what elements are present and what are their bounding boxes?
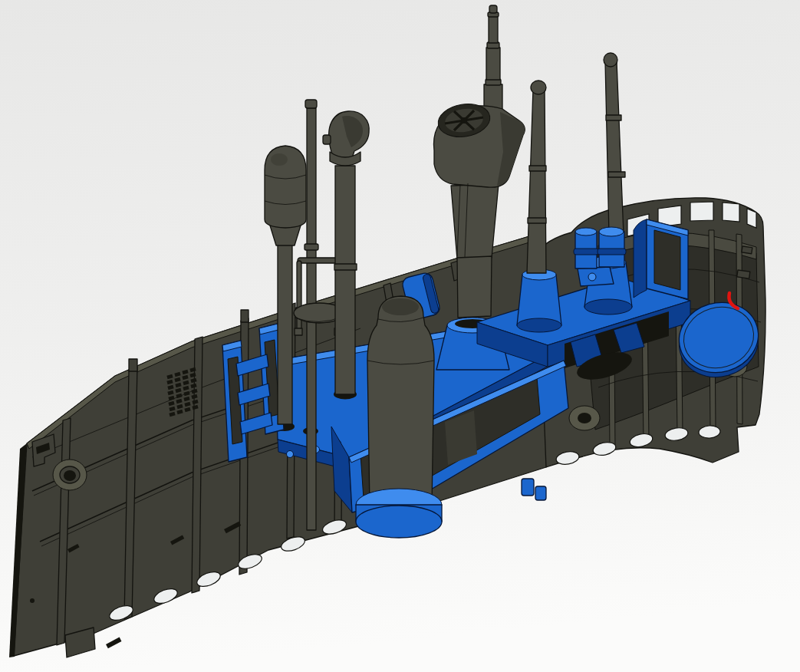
periscope-neck <box>451 184 499 259</box>
whip-joint-ring <box>529 166 546 171</box>
telescope-section-mid <box>486 48 500 80</box>
whip-collar-top <box>599 227 624 236</box>
cone-body <box>517 275 561 325</box>
bracket-plate-hole <box>588 273 596 281</box>
whip-collar-ring <box>598 249 626 255</box>
guard-frame[interactable] <box>634 219 688 299</box>
eyepiece-ring <box>574 249 598 255</box>
antenna-rod-cap <box>305 100 317 108</box>
radar-mast-pole <box>278 244 292 424</box>
panel-rib-tab <box>129 359 137 371</box>
snorkel-pole <box>335 166 355 394</box>
whip-joint-ring <box>528 218 546 223</box>
deck-knob <box>287 451 294 458</box>
periscope-fairing-bottle[interactable] <box>367 296 434 506</box>
cage-top-tube <box>298 258 340 263</box>
cone-base <box>517 318 561 332</box>
mast-support-cone-forward[interactable] <box>517 269 561 332</box>
snorkel-ring <box>334 264 357 270</box>
bottle-body <box>367 296 434 506</box>
periscope-body <box>457 256 492 318</box>
stern-boss-hole <box>578 413 591 423</box>
edge-tab <box>742 246 752 254</box>
cage-clamp <box>295 328 302 335</box>
cad-3d-viewport[interactable] <box>0 0 800 672</box>
whip-tip <box>604 53 617 67</box>
antenna-rod-ring <box>305 244 318 250</box>
guard-frame-fin <box>634 219 647 298</box>
periscope-vent-hub <box>461 117 467 124</box>
railing-window <box>747 209 756 228</box>
model-scene <box>0 0 800 672</box>
whip-joint-ring <box>606 115 621 120</box>
panel-pin-hole <box>30 598 35 603</box>
cage-tube-left <box>297 261 301 331</box>
telescope-cap <box>489 5 497 13</box>
eyepiece-top <box>575 228 597 236</box>
housing-foot <box>522 479 534 496</box>
cap-bottom <box>356 506 442 538</box>
housing-foot <box>535 486 546 500</box>
railing-window <box>723 203 739 222</box>
bottle-dome-shade <box>382 298 419 315</box>
panel-rib-tab <box>241 310 249 322</box>
housing-bottom-cap[interactable] <box>356 489 442 538</box>
cone-base <box>584 299 632 315</box>
radar-head-highlight <box>271 153 288 166</box>
snorkel-nub <box>323 135 331 144</box>
telescope-section-thin <box>489 15 498 43</box>
whip-tip <box>531 81 546 94</box>
whip-collar-and-eyepiece[interactable] <box>574 227 626 268</box>
edge-tab <box>737 270 750 278</box>
panel-boss-hole <box>64 470 76 481</box>
whip-joint-ring <box>608 172 625 177</box>
guard-frame-window <box>654 230 680 290</box>
railing-window <box>690 202 713 221</box>
